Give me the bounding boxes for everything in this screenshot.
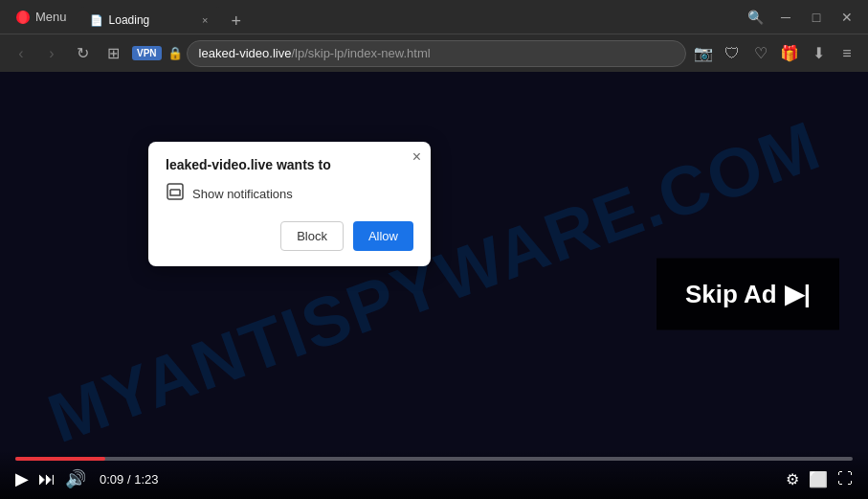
gift-icon: 🎁 [780,44,799,62]
nav-bar: ‹ › ↻ ⊞ VPN 🔒 leaked-video.live /lp/skip… [0,34,868,72]
play-button[interactable]: ▶ [15,468,29,489]
tab-title: Loading [109,13,195,27]
allow-button[interactable]: Allow [353,221,413,251]
settings-button[interactable]: ⚙ [786,470,799,488]
reload-icon: ↻ [77,44,89,62]
skip-ad-label: Skip Ad [685,279,777,308]
vpn-badge[interactable]: VPN [132,46,162,60]
fullscreen-button[interactable]: ⛶ [837,470,853,488]
skip-ad-button[interactable]: Skip Ad ▶| [657,258,839,329]
close-window-button[interactable]: ✕ [834,4,860,31]
hamburger-icon: ≡ [842,45,851,62]
popup-close-button[interactable]: × [412,149,421,165]
svg-point-1 [19,11,27,24]
next-icon: ⏭ [38,469,56,489]
bell-icon [166,182,185,201]
address-bar[interactable]: leaked-video.live /lp/skip-lp/index-new.… [187,40,686,67]
progress-bar-fill [15,457,105,461]
shield-icon: 🛡 [724,45,740,62]
time-separator: / [127,472,131,487]
theater-icon: ⬜ [809,471,828,488]
progress-bar[interactable] [15,457,853,461]
back-button[interactable]: ‹ [8,40,34,67]
download-button[interactable]: ⬇ [805,40,832,67]
grid-icon: ⊞ [107,44,120,62]
block-button[interactable]: Block [280,221,344,251]
heart-button[interactable]: ♡ [747,40,774,67]
popup-permission-row: Show notifications [166,182,413,206]
minimize-icon: ─ [781,10,790,25]
search-window-icon: 🔍 [747,10,764,25]
tab-favicon-icon: 📄 [90,14,103,27]
title-bar: Menu 📄 Loading × + 🔍 ─ □ ✕ [0,0,868,34]
heart-icon: ♡ [754,44,768,62]
maximize-icon: □ [812,10,820,25]
time-total: 1:23 [134,472,158,487]
forward-button[interactable]: › [38,40,65,67]
volume-icon: 🔊 [65,468,86,489]
popup-buttons: Block Allow [166,221,413,251]
video-controls: ▶ ⏭ 🔊 0:09 / 1:23 ⚙ ⬜ ⛶ [0,449,868,499]
shield-button[interactable]: 🛡 [719,40,746,67]
forward-icon: › [49,45,54,62]
play-icon: ▶ [15,468,29,489]
camera-button[interactable]: 📷 [690,40,717,67]
search-window-button[interactable]: 🔍 [742,4,768,31]
permission-label: Show notifications [192,187,293,201]
fullscreen-icon: ⛶ [837,470,853,487]
next-button[interactable]: ⏭ [38,469,56,489]
tab-close-button[interactable]: × [200,13,210,27]
minimize-button[interactable]: ─ [772,4,799,31]
notification-permission-icon [166,182,185,206]
opera-logo-icon [15,10,31,25]
close-window-icon: ✕ [841,10,853,25]
settings-icon: ⚙ [786,471,799,488]
time-display: 0:09 / 1:23 [100,472,159,487]
url-domain: leaked-video.live [199,46,292,60]
browser-menu-button[interactable]: ≡ [834,40,860,67]
maximize-button[interactable]: □ [803,4,830,31]
opera-menu-button[interactable]: Menu [8,6,75,29]
content-area: MYANTISPYWARE.COM Skip Ad ▶| × leaked-vi… [0,72,868,499]
theater-button[interactable]: ⬜ [809,470,828,488]
window-controls: 🔍 ─ □ ✕ [742,4,860,31]
grid-view-button[interactable]: ⊞ [100,40,126,67]
download-icon: ⬇ [812,44,825,62]
volume-button[interactable]: 🔊 [65,468,86,489]
nav-actions: 📷 🛡 ♡ 🎁 ⬇ ≡ [690,40,860,67]
lock-icon: 🔒 [167,46,183,60]
gift-button[interactable]: 🎁 [776,40,803,67]
back-icon: ‹ [18,45,23,62]
url-path: /lp/skip-lp/index-new.html [291,46,430,60]
camera-icon: 📷 [694,44,713,62]
tab-loading[interactable]: 📄 Loading × [78,7,222,34]
menu-label: Menu [35,10,67,24]
controls-row: ▶ ⏭ 🔊 0:09 / 1:23 ⚙ ⬜ ⛶ [15,468,853,489]
time-current: 0:09 [100,472,123,487]
skip-ad-icon: ▶| [785,279,811,308]
notification-popup: × leaked-video.live wants to Show notifi… [148,142,431,266]
tabs-area: 📄 Loading × + [78,0,742,34]
reload-button[interactable]: ↻ [69,40,96,67]
popup-title: leaked-video.live wants to [166,157,413,172]
new-tab-button[interactable]: + [224,10,250,34]
